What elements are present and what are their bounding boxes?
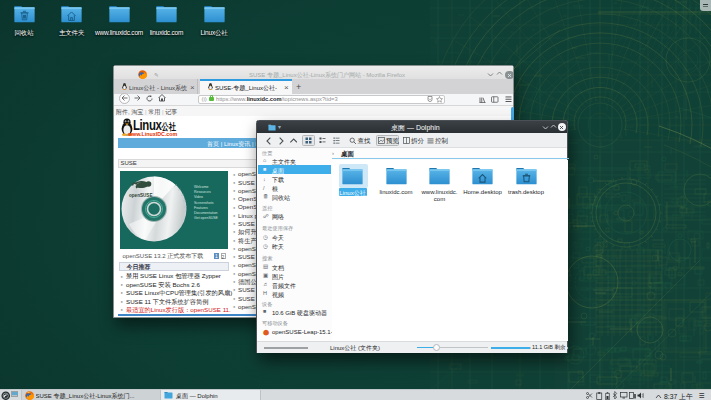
svg-text:openSUSE: openSUSE <box>129 193 152 198</box>
